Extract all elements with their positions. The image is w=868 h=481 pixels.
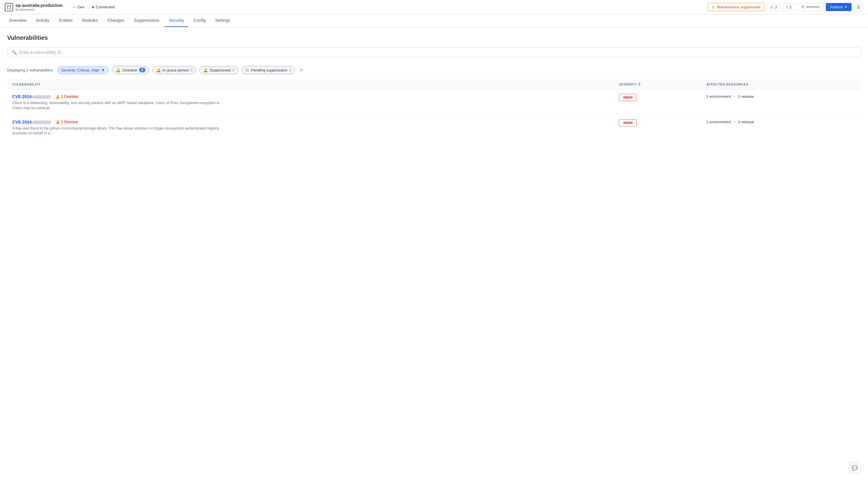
env-name: op-australia-production — [16, 3, 63, 8]
app-header: op-australia-production Environment ← De… — [0, 0, 868, 14]
dev-label: Dev — [78, 5, 84, 9]
back-arrow-icon: ← — [72, 5, 76, 9]
pending-count: 0 — [289, 68, 291, 72]
svg-rect-0 — [7, 5, 11, 9]
overdue-filter-button[interactable]: 🔔 Overdue 2 — [112, 66, 149, 74]
tab-modules[interactable]: Modules — [78, 14, 102, 27]
search-icon: 🔍 — [12, 50, 17, 55]
main-content: Vulnerabilities 🔍 Displaying 2 vulnerabi… — [0, 27, 868, 148]
table-row[interactable]: CVE-2024- 🔔 1 Overdue Cilium is a networ… — [7, 90, 861, 115]
suppressed-filter-button[interactable]: 🔔 Suppressed 0 — [199, 66, 238, 74]
phone-label: •••••••••• — [806, 5, 820, 9]
tab-security[interactable]: Security — [164, 14, 188, 27]
col-affected: Affected Resources — [702, 79, 861, 90]
overdue-count: 2 — [139, 68, 145, 72]
env-sub: Environment — [16, 8, 63, 11]
vuln-cell-1: CVE-2024- 🔔 1 Overdue Cilium is a networ… — [7, 90, 614, 115]
vuln-id-row-2: CVE-2024- 🔔 1 Overdue — [12, 119, 609, 125]
number-badge-button[interactable]: ↕ 1 — [783, 3, 795, 11]
page-title: Vulnerabilities — [7, 34, 861, 41]
affected-env-2: 1 environment — [706, 120, 731, 124]
dev-badge[interactable]: ← Dev — [68, 5, 84, 9]
overdue-tag-1: 🔔 1 Overdue — [53, 94, 80, 99]
affected-cell-2: 1 environment • 1 release — [702, 115, 861, 140]
env-branding: op-australia-production Environment — [5, 3, 63, 11]
severity-filter-button[interactable]: Severity: Critical, High ▼ — [57, 66, 109, 74]
severity-badge-2: HIGH — [619, 119, 637, 126]
table-row[interactable]: CVE-2024- 🔔 1 Overdue A flaw was found i… — [7, 115, 861, 140]
overdue-bell-icon-2: 🔔 — [56, 120, 60, 124]
severity-badge-1: HIGH — [619, 94, 637, 101]
alert-count-button[interactable]: ⚠ 2 — [767, 3, 780, 11]
suppressed-bell-icon: 🔔 — [203, 68, 208, 72]
severity-cell-2: HIGH — [614, 115, 702, 140]
affected-resources-2: 1 environment • 1 release — [706, 120, 754, 124]
warning-icon: ⚠ — [712, 5, 715, 9]
connected-dot-icon — [92, 6, 94, 8]
tab-suppressions[interactable]: Suppressions — [130, 14, 164, 27]
filters-row: Displaying 2 vulnerabilities Severity: C… — [7, 66, 861, 74]
grace-period-filter-button[interactable]: 🔔 In grace period 0 — [152, 66, 196, 74]
number-count: 1 — [789, 5, 792, 9]
tab-settings[interactable]: Settings — [211, 14, 235, 27]
overdue-bell-icon-1: 🔔 — [56, 95, 60, 99]
suppressed-filter-label: Suppressed — [210, 68, 230, 72]
vulnerabilities-table: Vulnerability Severity ⇵ Affected Resour… — [7, 79, 861, 140]
env-info: op-australia-production Environment — [16, 3, 63, 11]
tab-changes[interactable]: Changes — [103, 14, 129, 27]
connected-label: Connected — [96, 5, 115, 9]
clock-icon: ⏲ — [245, 68, 249, 72]
tab-activity[interactable]: Activity — [32, 14, 53, 27]
vuln-id-row-1: CVE-2024- 🔔 1 Overdue — [12, 94, 609, 99]
affected-resources-1: 1 environment • 1 release — [706, 94, 754, 99]
search-input[interactable] — [19, 50, 856, 55]
actions-button[interactable]: Actions ▼ — [826, 3, 851, 11]
affected-release-2: 1 release — [738, 120, 754, 124]
displaying-text: Displaying 2 vulnerabilities — [7, 68, 53, 72]
col-severity[interactable]: Severity ⇵ — [614, 79, 702, 90]
col-vulnerability: Vulnerability — [7, 79, 614, 90]
phone-icon: ✆ — [801, 5, 805, 9]
grace-count: 0 — [190, 68, 192, 72]
grace-bell-icon: 🔔 — [156, 68, 161, 72]
alert-count: 2 — [775, 5, 777, 9]
affected-env-1: 1 environment — [706, 94, 731, 99]
resource-dot-2: • — [734, 120, 735, 124]
overdue-filter-label: Overdue — [122, 68, 137, 72]
tab-entities[interactable]: Entities — [55, 14, 77, 27]
vuln-cell-2: CVE-2024- 🔔 1 Overdue A flaw was found i… — [7, 115, 614, 140]
resource-dot-1: • — [734, 94, 735, 99]
env-icon — [5, 3, 13, 11]
maintenance-button[interactable]: ⚠ Maintenance suppressed — [708, 3, 764, 11]
redacted-id-1 — [33, 95, 51, 99]
vuln-id-2[interactable]: CVE-2024- — [12, 120, 51, 124]
affected-cell-1: 1 environment • 1 release — [702, 90, 861, 115]
vuln-id-1[interactable]: CVE-2024- — [12, 94, 51, 99]
tab-overview[interactable]: Overview — [5, 14, 31, 27]
sidebar-toggle-button[interactable]: ☰ — [854, 3, 863, 11]
suppressed-count: 0 — [232, 68, 235, 72]
nav-tabs: Overview Activity Entities Modules Chang… — [0, 14, 868, 27]
alert-icon: ⚠ — [770, 5, 773, 9]
table-header-row: Vulnerability Severity ⇵ Affected Resour… — [7, 79, 861, 90]
pending-filter-label: Pending suppression — [251, 68, 287, 72]
actions-label: Actions — [830, 5, 843, 9]
chevron-down-icon: ▼ — [844, 5, 847, 9]
clear-filters-button[interactable]: ✕ — [300, 67, 303, 73]
overdue-tag-2: 🔔 1 Overdue — [53, 119, 80, 125]
severity-filter-label: Severity: Critical, High — [61, 68, 99, 72]
pending-suppression-filter-button[interactable]: ⏲ Pending suppression 0 — [241, 66, 295, 74]
overdue-label-2: 1 Overdue — [61, 120, 78, 124]
connected-badge: Connected — [88, 5, 115, 9]
affected-release-1: 1 release — [738, 94, 754, 99]
overdue-label-1: 1 Overdue — [61, 94, 78, 99]
vuln-desc-2: A flaw was found in the github.com/conta… — [12, 126, 222, 136]
severity-cell-1: HIGH — [614, 90, 702, 115]
tab-config[interactable]: Config — [189, 14, 210, 27]
vuln-desc-1: Cilium is a networking, observability, a… — [12, 100, 222, 111]
redacted-id-2 — [33, 121, 51, 124]
sort-icon: ⇵ — [638, 82, 641, 86]
maintenance-label: Maintenance suppressed — [717, 5, 760, 9]
header-right: ⚠ Maintenance suppressed ⚠ 2 ↕ 1 ✆ •••••… — [708, 3, 863, 11]
phone-button[interactable]: ✆ •••••••••• — [798, 3, 824, 11]
